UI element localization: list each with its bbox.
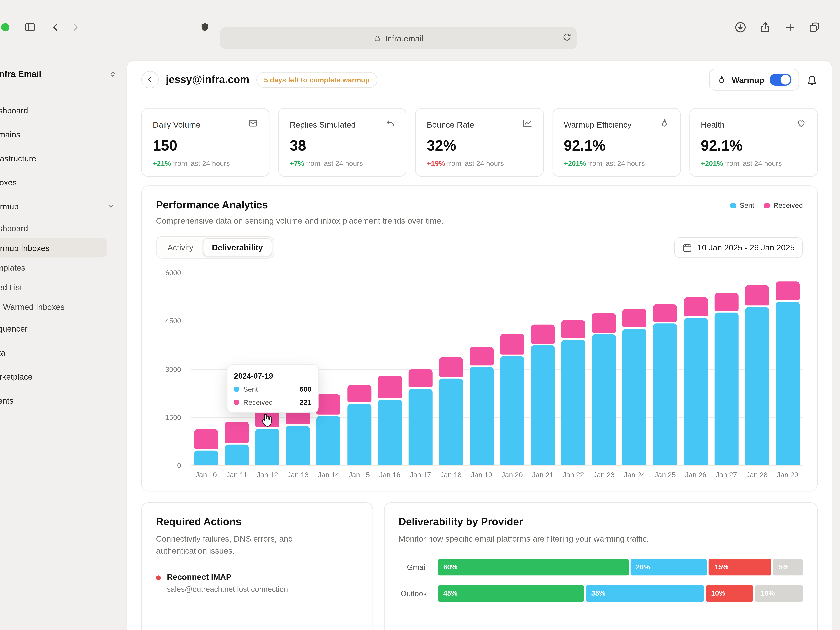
bar-jan-16[interactable] <box>374 273 405 466</box>
line-chart-icon <box>523 118 532 130</box>
bar-jan-28[interactable] <box>742 273 772 466</box>
sidebar-item-dashboard[interactable]: Dashboard <box>0 98 126 122</box>
bar-jan-17[interactable] <box>405 273 436 466</box>
received-segment <box>775 281 800 300</box>
date-range-picker[interactable]: 10 Jan 2025 - 29 Jan 2025 <box>674 237 803 258</box>
sent-segment <box>194 451 218 466</box>
warmup-countdown-badge: 5 days left to complete warmup <box>256 72 377 88</box>
sidebar-item-data[interactable]: Data <box>0 340 126 365</box>
bar-jan-27[interactable] <box>711 273 742 466</box>
segment-percent: 15% <box>709 563 728 571</box>
sidebar-item-inboxes[interactable]: Inboxes <box>0 170 126 194</box>
bar-jan-21[interactable] <box>527 273 558 466</box>
bar-jan-23[interactable] <box>589 273 619 466</box>
bar-jan-19[interactable] <box>466 273 497 466</box>
x-tick: Jan 14 <box>313 471 344 479</box>
required-actions-card: Required Actions Connectivity failures, … <box>141 502 373 630</box>
traffic-light-green[interactable] <box>1 23 9 32</box>
stat-title: Replies Simulated <box>290 120 356 129</box>
chart-x-labels: Jan 10Jan 11Jan 12Jan 13Jan 14Jan 15Jan … <box>191 471 803 479</box>
received-segment <box>653 305 677 322</box>
sidebar-item-warmup-inboxes[interactable]: Warmup Inboxes <box>0 238 107 257</box>
bar-jan-18[interactable] <box>436 273 466 466</box>
received-segment <box>500 334 524 355</box>
bar-jan-29[interactable] <box>772 273 803 466</box>
new-tab-icon[interactable] <box>785 22 796 33</box>
sent-segment <box>775 302 800 465</box>
analytics-subtitle: Comprehensive data on sending volume and… <box>156 216 444 225</box>
provider-segment: 20% <box>630 559 707 575</box>
action-item-reconnect-imap[interactable]: Reconnect IMAP sales@outreach.net lost c… <box>156 572 358 593</box>
sidebar: Infra Email DashboardDomainsInfrastructu… <box>0 55 126 630</box>
stat-delta: +21% from last 24 hours <box>153 159 258 167</box>
tab-activity[interactable]: Activity <box>158 238 203 256</box>
stat-card-daily-volume: Daily Volume 150 +21% from last 24 hours <box>141 108 269 177</box>
bar-jan-15[interactable] <box>344 273 374 466</box>
warmup-control[interactable]: Warmup <box>709 69 799 91</box>
sidebar-toggle-icon[interactable] <box>24 21 36 33</box>
sidebar-item-agents[interactable]: Agents <box>0 388 126 412</box>
workspace-switcher[interactable]: Infra Email <box>0 66 117 82</box>
bar-jan-10[interactable] <box>191 273 222 466</box>
sidebar-item-warmup[interactable]: Warmup <box>0 194 126 218</box>
address-bar[interactable]: Infra.email <box>220 27 577 49</box>
lock-icon <box>374 35 381 42</box>
back-button[interactable] <box>141 71 159 88</box>
provider-rows: Gmail60%20%15%5%Outlook45%35%10%10% <box>399 559 803 602</box>
sent-segment <box>225 444 249 465</box>
share-icon[interactable] <box>759 21 771 33</box>
sidebar-item-label: Domains <box>0 129 20 139</box>
mail-icon <box>248 118 258 130</box>
chart-y-axis: 01500300045006000 <box>156 273 191 466</box>
bottom-row: Required Actions Connectivity failures, … <box>141 502 818 630</box>
sidebar-item-sequencer[interactable]: Sequencer <box>0 316 126 340</box>
notifications-bell-icon[interactable] <box>806 74 818 85</box>
sent-segment <box>653 324 677 465</box>
analytics-title: Performance Analytics <box>156 199 444 211</box>
x-tick: Jan 13 <box>283 471 313 479</box>
segment-percent: 20% <box>630 563 650 571</box>
sidebar-item-dashboard[interactable]: Dashboard <box>0 218 126 238</box>
sent-segment <box>714 313 738 466</box>
stat-card-bounce-rate: Bounce Rate 32% +19% from last 24 hours <box>415 108 543 177</box>
received-segment <box>470 347 494 365</box>
bar-jan-20[interactable] <box>497 273 527 466</box>
bar-jan-24[interactable] <box>619 273 650 466</box>
tab-overview-icon[interactable] <box>808 21 820 33</box>
tab-deliverability[interactable]: Deliverability <box>203 238 272 256</box>
reload-icon[interactable] <box>562 32 572 44</box>
y-tick: 1500 <box>166 413 181 421</box>
sidebar-item-templates[interactable]: Templates <box>0 257 126 277</box>
bar-jan-22[interactable] <box>558 273 589 466</box>
sidebar-item-label: Agents <box>0 396 13 405</box>
x-tick: Jan 10 <box>191 471 222 479</box>
segment-percent: 10% <box>755 589 775 597</box>
sidebar-item-domains[interactable]: Domains <box>0 122 126 146</box>
y-tick: 6000 <box>166 268 181 277</box>
bar-jan-25[interactable] <box>650 273 681 466</box>
provider-segment: 15% <box>709 559 771 575</box>
sidebar-item-seed-list[interactable]: Seed List <box>0 277 126 297</box>
downloads-icon[interactable] <box>734 21 747 33</box>
shield-icon[interactable] <box>200 22 210 32</box>
sidebar-item-pre-warmed-inboxes[interactable]: Pre Warmed Inboxes <box>0 297 126 316</box>
sidebar-item-label: Marketplace <box>0 372 33 381</box>
sidebar-item-infrastructure[interactable]: Infrastructure <box>0 146 126 170</box>
forward-icon[interactable] <box>70 22 81 33</box>
providers-title: Deliverability by Provider <box>399 516 803 528</box>
back-icon[interactable] <box>50 22 61 33</box>
received-segment <box>317 395 341 415</box>
sent-segment <box>256 429 279 465</box>
segment-percent: 60% <box>438 563 457 571</box>
legend-sent: Sent <box>730 201 754 209</box>
x-tick: Jan 26 <box>681 471 711 479</box>
stats-row: Daily Volume 150 +21% from last 24 hours <box>127 99 832 181</box>
warmup-toggle[interactable] <box>770 74 791 85</box>
chart-legend: Sent Received <box>730 201 803 209</box>
x-tick: Jan 16 <box>374 471 405 479</box>
sidebar-item-label: Pre Warmed Inboxes <box>0 302 65 311</box>
bar-jan-26[interactable] <box>681 273 711 466</box>
sidebar-item-label: Templates <box>0 263 25 272</box>
date-range-text: 10 Jan 2025 - 29 Jan 2025 <box>697 243 795 252</box>
sidebar-item-marketplace[interactable]: Marketplace <box>0 365 126 388</box>
